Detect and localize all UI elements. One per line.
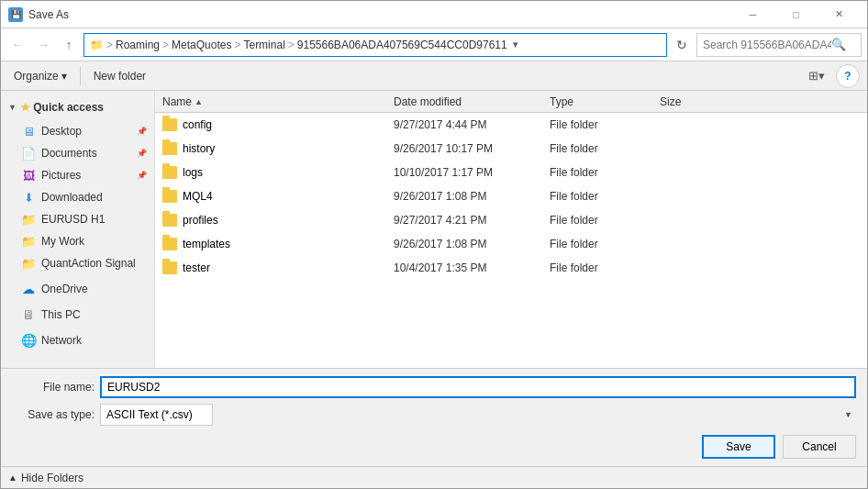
sidebar-item-pictures[interactable]: 🖼 Pictures 📌 bbox=[1, 164, 154, 186]
file-rows-container: config 9/27/2017 4:44 PM File folder his… bbox=[155, 113, 867, 280]
filename-label: File name: bbox=[12, 381, 95, 394]
path-part-metaquotes: MetaQuotes bbox=[172, 39, 231, 51]
sidebar-item-mywork[interactable]: 📁 My Work bbox=[1, 230, 154, 252]
file-list-header: Name ▲ Date modified Type Size bbox=[155, 91, 867, 113]
address-path[interactable]: 📁 > Roaming > MetaQuotes > Terminal > 91… bbox=[83, 33, 667, 57]
table-row[interactable]: MQL4 9/26/2017 1:08 PM File folder bbox=[155, 184, 867, 208]
table-row[interactable]: tester 10/4/2017 1:35 PM File folder bbox=[155, 256, 867, 280]
eurusd-icon: 📁 bbox=[21, 212, 36, 227]
folder-icon bbox=[162, 166, 177, 179]
quick-access-section: ▼ ★ Quick access 🖥 Desktop 📌 📄 Documents… bbox=[1, 94, 154, 274]
hide-folders-icon: ▲ bbox=[8, 472, 17, 483]
file-name-text: config bbox=[183, 118, 212, 131]
file-name-text: templates bbox=[183, 238, 230, 250]
pin-icon-desktop: 📌 bbox=[137, 127, 147, 136]
search-icon: 🔍 bbox=[831, 38, 846, 51]
sidebar-item-network[interactable]: 🌐 Network bbox=[1, 329, 154, 351]
organize-dropdown-icon: ▾ bbox=[61, 70, 67, 83]
desktop-icon: 🖥 bbox=[21, 124, 36, 139]
folder-icon bbox=[162, 190, 177, 203]
file-date-cell: 9/26/2017 1:08 PM bbox=[394, 190, 550, 203]
file-date-cell: 9/27/2017 4:44 PM bbox=[394, 118, 550, 131]
folder-icon bbox=[162, 118, 177, 131]
file-date-cell: 9/26/2017 1:08 PM bbox=[394, 238, 550, 250]
sidebar-item-label-network: Network bbox=[41, 334, 82, 347]
minimize-button[interactable]: ─ bbox=[732, 1, 773, 28]
search-box[interactable]: 🔍 bbox=[696, 33, 862, 57]
new-folder-button[interactable]: New folder bbox=[88, 65, 151, 87]
sidebar-item-desktop[interactable]: 🖥 Desktop 📌 bbox=[1, 120, 154, 142]
table-row[interactable]: history 9/26/2017 10:17 PM File folder bbox=[155, 137, 867, 161]
column-header-type[interactable]: Type bbox=[550, 95, 660, 108]
table-row[interactable]: config 9/27/2017 4:44 PM File folder bbox=[155, 113, 867, 137]
sidebar-item-label-pictures: Pictures bbox=[41, 169, 81, 182]
sidebar-item-documents[interactable]: 📄 Documents 📌 bbox=[1, 142, 154, 164]
table-row[interactable]: logs 10/10/2017 1:17 PM File folder bbox=[155, 161, 867, 184]
sidebar-item-label-quantaction: QuantAction Signal bbox=[41, 257, 136, 270]
file-type-cell: File folder bbox=[550, 118, 660, 131]
column-header-size[interactable]: Size bbox=[660, 95, 733, 108]
window-title: Save As bbox=[28, 8, 732, 21]
pictures-icon: 🖼 bbox=[21, 168, 36, 183]
path-part-terminal: Terminal bbox=[243, 39, 284, 51]
view-button[interactable]: ⊞▾ bbox=[805, 65, 829, 87]
help-button[interactable]: ? bbox=[836, 64, 860, 88]
network-icon: 🌐 bbox=[21, 333, 36, 348]
column-header-date[interactable]: Date modified bbox=[394, 95, 550, 108]
file-name-cell: history bbox=[155, 142, 394, 155]
thispc-icon: 🖥 bbox=[21, 307, 36, 322]
sidebar-item-quantaction[interactable]: 📁 QuantAction Signal bbox=[1, 252, 154, 274]
back-button[interactable]: ← bbox=[6, 34, 28, 56]
save-as-dialog: 💾 Save As ─ □ ✕ ← → ↑ 📁 > Roaming > Meta… bbox=[0, 0, 868, 489]
network-section: 🌐 Network bbox=[1, 329, 154, 351]
hide-folders-label: Hide Folders bbox=[21, 472, 83, 484]
search-input[interactable] bbox=[703, 39, 831, 51]
sidebar-item-onedrive[interactable]: ☁ OneDrive bbox=[1, 278, 154, 300]
path-part-1: 📁 bbox=[90, 39, 104, 51]
file-name-cell: logs bbox=[155, 166, 394, 179]
cancel-button[interactable]: Cancel bbox=[783, 435, 856, 459]
file-type-cell: File folder bbox=[550, 261, 660, 274]
hide-folders-toggle[interactable]: ▲ Hide Folders bbox=[1, 466, 867, 488]
save-button[interactable]: Save bbox=[702, 435, 775, 459]
table-row[interactable]: templates 9/26/2017 1:08 PM File folder bbox=[155, 232, 867, 256]
savetype-select-wrapper: ASCII Text (*.csv) bbox=[100, 404, 856, 426]
file-name-text: history bbox=[183, 142, 215, 155]
title-bar: 💾 Save As ─ □ ✕ bbox=[1, 1, 867, 28]
quick-access-star-icon: ★ bbox=[20, 101, 30, 114]
path-part-hash: 915566BA06ADA407569C544CC0D97611 bbox=[297, 39, 507, 51]
forward-button[interactable]: → bbox=[32, 34, 54, 56]
table-row[interactable]: profiles 9/27/2017 4:21 PM File folder bbox=[155, 208, 867, 232]
file-name-text: MQL4 bbox=[183, 190, 213, 203]
sidebar: ▼ ★ Quick access 🖥 Desktop 📌 📄 Documents… bbox=[1, 91, 155, 368]
quick-access-header[interactable]: ▼ ★ Quick access bbox=[1, 94, 154, 120]
onedrive-section: ☁ OneDrive bbox=[1, 278, 154, 300]
file-date-cell: 9/26/2017 10:17 PM bbox=[394, 142, 550, 155]
sidebar-item-downloaded[interactable]: ⬇ Downloaded bbox=[1, 186, 154, 208]
sidebar-item-eurusd[interactable]: 📁 EURUSD H1 bbox=[1, 208, 154, 230]
file-name-text: profiles bbox=[183, 214, 218, 227]
column-header-name[interactable]: Name ▲ bbox=[155, 95, 394, 108]
file-name-text: logs bbox=[183, 166, 203, 179]
button-row: Save Cancel bbox=[12, 431, 856, 459]
quick-access-toggle-icon: ▼ bbox=[8, 103, 17, 112]
organize-button[interactable]: Organize ▾ bbox=[8, 65, 72, 87]
savetype-select[interactable]: ASCII Text (*.csv) bbox=[100, 404, 213, 426]
sidebar-item-label-eurusd: EURUSD H1 bbox=[41, 213, 105, 226]
savetype-row: Save as type: ASCII Text (*.csv) bbox=[12, 404, 856, 426]
sidebar-item-thispc[interactable]: 🖥 This PC bbox=[1, 304, 154, 326]
sort-arrow-icon: ▲ bbox=[195, 97, 203, 106]
downloaded-icon: ⬇ bbox=[21, 190, 36, 205]
sidebar-item-label-mywork: My Work bbox=[41, 235, 84, 248]
address-bar: ← → ↑ 📁 > Roaming > MetaQuotes > Termina… bbox=[1, 28, 867, 61]
bottom-area: File name: Save as type: ASCII Text (*.c… bbox=[1, 368, 867, 466]
maximize-button[interactable]: □ bbox=[775, 1, 817, 28]
refresh-button[interactable]: ↻ bbox=[671, 33, 693, 57]
filename-input[interactable] bbox=[100, 376, 856, 398]
up-button[interactable]: ↑ bbox=[58, 34, 80, 56]
close-button[interactable]: ✕ bbox=[818, 1, 860, 28]
folder-icon bbox=[162, 214, 177, 227]
path-part-roaming: Roaming bbox=[116, 39, 160, 51]
file-type-cell: File folder bbox=[550, 142, 660, 155]
thispc-section: 🖥 This PC bbox=[1, 304, 154, 326]
